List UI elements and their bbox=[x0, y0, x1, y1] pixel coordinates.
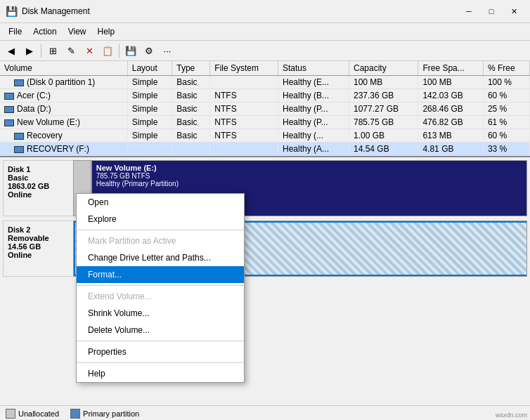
disk-table: Volume Layout Type File System Status Ca… bbox=[0, 61, 530, 156]
cell-2-0: Data (D:) bbox=[0, 103, 127, 116]
cell-0-5: 100 MB bbox=[349, 76, 418, 89]
context-menu-change-drive-letter-and-paths[interactable]: Change Drive Letter and Paths... bbox=[77, 249, 244, 266]
cell-5-2 bbox=[172, 143, 210, 156]
col-freespace[interactable]: Free Spa... bbox=[418, 61, 483, 76]
more-button[interactable]: ··· bbox=[159, 43, 176, 58]
back-button[interactable]: ◀ bbox=[3, 43, 20, 58]
cell-5-6: 4.81 GB bbox=[418, 143, 483, 156]
title-bar-left: 💾 Disk Management bbox=[6, 6, 90, 17]
table-row[interactable]: Data (D:)SimpleBasicNTFSHealthy (P...107… bbox=[0, 103, 530, 116]
app-icon: 💾 bbox=[6, 6, 18, 17]
cell-1-4: Healthy (B... bbox=[278, 89, 349, 103]
legend-unalloc-box bbox=[6, 409, 15, 419]
cell-4-0: Recovery bbox=[0, 129, 127, 143]
context-menu-help[interactable]: Help bbox=[77, 365, 244, 382]
cell-0-1: Simple bbox=[127, 76, 172, 89]
cell-3-2: Basic bbox=[172, 116, 210, 129]
col-status[interactable]: Status bbox=[278, 61, 349, 76]
cell-3-0: New Volume (E:) bbox=[0, 116, 127, 129]
table-row[interactable]: RECOVERY (F:)Healthy (A...14.54 GB4.81 G… bbox=[0, 143, 530, 156]
col-percentfree[interactable]: % Free bbox=[483, 61, 529, 76]
disk2-type: Removable bbox=[8, 234, 69, 242]
cell-1-3: NTFS bbox=[210, 89, 278, 103]
disk1-status: Online bbox=[8, 190, 69, 199]
row-icon bbox=[14, 79, 24, 86]
context-menu-separator bbox=[77, 362, 244, 363]
menu-action[interactable]: Action bbox=[27, 25, 62, 39]
settings-button[interactable]: ⚙ bbox=[141, 43, 157, 58]
delete-button[interactable]: ✕ bbox=[81, 43, 98, 58]
cell-0-4: Healthy (E... bbox=[278, 76, 349, 89]
row-icon bbox=[4, 106, 14, 113]
cell-3-5: 785.75 GB bbox=[349, 116, 418, 129]
legend-unallocated: Unallocated bbox=[6, 409, 59, 419]
cell-4-2: Basic bbox=[172, 129, 210, 143]
context-menu-properties[interactable]: Properties bbox=[77, 343, 244, 360]
context-menu-extend-volume: Extend Volume... bbox=[77, 288, 244, 305]
footer-watermark: wsxdn.com bbox=[496, 412, 527, 419]
refresh-button[interactable]: ⊞ bbox=[44, 43, 61, 58]
table-header-row: Volume Layout Type File System Status Ca… bbox=[0, 61, 530, 76]
cell-5-1 bbox=[127, 143, 172, 156]
row-icon bbox=[14, 133, 24, 140]
legend-unalloc-label: Unallocated bbox=[18, 409, 59, 418]
disk2-status: Online bbox=[8, 251, 69, 259]
cell-0-3 bbox=[210, 76, 278, 89]
row-icon bbox=[14, 146, 24, 153]
cell-1-7: 60 % bbox=[483, 89, 529, 103]
menu-help[interactable]: Help bbox=[92, 25, 121, 39]
context-menu-separator bbox=[77, 341, 244, 341]
col-volume[interactable]: Volume bbox=[0, 61, 127, 76]
disk1-name: Disk 1 bbox=[8, 165, 69, 173]
minimize-button[interactable]: ─ bbox=[458, 4, 479, 18]
copy-button[interactable]: 📋 bbox=[99, 43, 116, 58]
context-menu-format[interactable]: Format... bbox=[77, 266, 244, 283]
col-filesystem[interactable]: File System bbox=[210, 61, 278, 76]
edit-button[interactable]: ✎ bbox=[63, 43, 79, 58]
maximize-button[interactable]: □ bbox=[481, 4, 502, 18]
context-menu-explore[interactable]: Explore bbox=[77, 211, 244, 228]
cell-4-4: Healthy (... bbox=[278, 129, 349, 143]
cell-5-4: Healthy (A... bbox=[278, 143, 349, 156]
close-button[interactable]: ✕ bbox=[503, 4, 524, 18]
save-button[interactable]: 💾 bbox=[122, 43, 139, 58]
cell-1-1: Simple bbox=[127, 89, 172, 103]
forward-button[interactable]: ▶ bbox=[21, 43, 38, 58]
cell-4-3: NTFS bbox=[210, 129, 278, 143]
cell-5-7: 33 % bbox=[483, 143, 529, 156]
cell-2-4: Healthy (P... bbox=[278, 103, 349, 116]
cell-1-5: 237.36 GB bbox=[349, 89, 418, 103]
cell-2-7: 25 % bbox=[483, 103, 529, 116]
col-layout[interactable]: Layout bbox=[127, 61, 172, 76]
col-capacity[interactable]: Capacity bbox=[349, 61, 418, 76]
cell-1-2: Basic bbox=[172, 89, 210, 103]
table-row[interactable]: Acer (C:)SimpleBasicNTFSHealthy (B...237… bbox=[0, 89, 530, 103]
legend-primary-box bbox=[70, 409, 80, 419]
cell-0-0: (Disk 0 partition 1) bbox=[0, 76, 127, 89]
table-row[interactable]: New Volume (E:)SimpleBasicNTFSHealthy (P… bbox=[0, 116, 530, 129]
disk2-label: Disk 2 Removable 14.56 GB Online bbox=[3, 221, 73, 277]
row-icon bbox=[4, 93, 14, 100]
cell-5-3 bbox=[210, 143, 278, 156]
cell-1-6: 142.03 GB bbox=[418, 89, 483, 103]
cell-0-6: 100 MB bbox=[418, 76, 483, 89]
context-menu-open[interactable]: Open bbox=[77, 194, 244, 211]
cell-3-4: Healthy (P... bbox=[278, 116, 349, 129]
context-menu-shrink-volume[interactable]: Shrink Volume... bbox=[77, 305, 244, 322]
cell-2-3: NTFS bbox=[210, 103, 278, 116]
menu-file[interactable]: File bbox=[3, 25, 27, 39]
disk1-type: Basic bbox=[8, 173, 69, 182]
legend-bar: Unallocated Primary partition bbox=[0, 405, 530, 420]
row-icon bbox=[4, 119, 14, 126]
menu-view[interactable]: View bbox=[63, 25, 92, 39]
cell-3-7: 61 % bbox=[483, 116, 529, 129]
disk2-size: 14.56 GB bbox=[8, 242, 69, 251]
col-type[interactable]: Type bbox=[172, 61, 210, 76]
cell-2-6: 268.46 GB bbox=[418, 103, 483, 116]
legend-primary: Primary partition bbox=[70, 409, 139, 419]
table-row[interactable]: RecoverySimpleBasicNTFSHealthy (...1.00 … bbox=[0, 129, 530, 143]
table-row[interactable]: (Disk 0 partition 1)SimpleBasicHealthy (… bbox=[0, 76, 530, 89]
cell-2-5: 1077.27 GB bbox=[349, 103, 418, 116]
context-menu-delete-volume[interactable]: Delete Volume... bbox=[77, 322, 244, 339]
main-content: Volume Layout Type File System Status Ca… bbox=[0, 61, 530, 405]
